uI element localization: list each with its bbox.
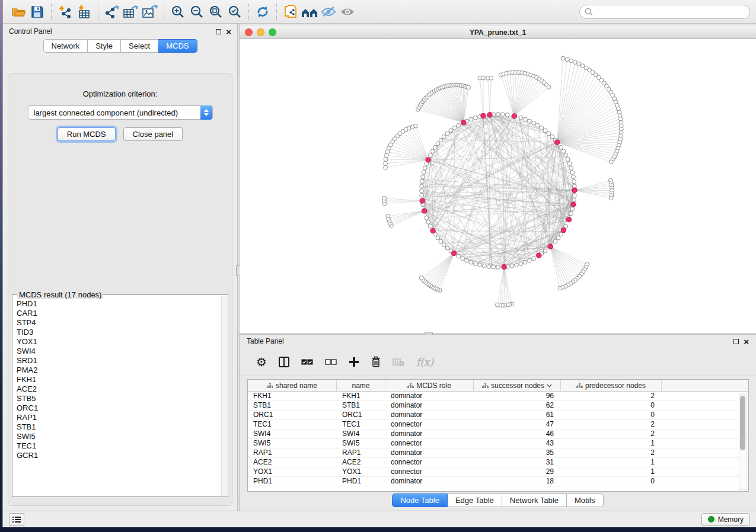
leaf-node[interactable] (384, 158, 388, 162)
ring-node[interactable] (492, 265, 496, 269)
ring-node[interactable] (428, 225, 432, 229)
zoom-out-icon[interactable] (187, 3, 206, 21)
ring-node[interactable] (540, 126, 544, 130)
ring-node[interactable] (519, 116, 523, 120)
ring-node[interactable] (421, 175, 425, 179)
ring-node[interactable] (572, 180, 576, 184)
select-all-icon[interactable] (301, 358, 313, 366)
ring-node[interactable] (510, 264, 514, 268)
mcds-result-item[interactable]: TEC1 (17, 441, 221, 451)
float-panel-icon[interactable] (216, 29, 221, 34)
ring-node[interactable] (564, 153, 568, 158)
mcds-dominator-node[interactable] (561, 228, 566, 233)
column-header-predecessor-nodes[interactable]: predecessor nodes (561, 380, 662, 391)
mcds-dominator-node[interactable] (502, 265, 506, 270)
ring-node[interactable] (439, 138, 443, 142)
table-row[interactable]: PHD1PHD1dominator180 (248, 477, 748, 486)
network-canvas[interactable] (240, 39, 756, 334)
close-panel-icon[interactable]: × (226, 29, 231, 34)
delete-column-icon[interactable] (371, 356, 381, 367)
zoom-in-icon[interactable] (168, 3, 187, 21)
ring-node[interactable] (430, 149, 435, 153)
scrollbar-thumb[interactable] (740, 396, 745, 450)
ring-node[interactable] (449, 129, 453, 133)
leaf-node[interactable] (547, 85, 551, 89)
ring-node[interactable] (543, 129, 547, 133)
leaf-node[interactable] (384, 153, 388, 158)
leaf-node[interactable] (495, 303, 499, 307)
ring-node[interactable] (547, 132, 551, 136)
search-box[interactable] (579, 5, 750, 19)
leaf-node[interactable] (384, 165, 388, 169)
ring-node[interactable] (469, 117, 473, 121)
leaf-node[interactable] (565, 57, 569, 62)
ring-node[interactable] (452, 126, 457, 130)
hide-selected-icon[interactable] (319, 3, 338, 21)
close-panel-icon[interactable]: × (744, 339, 749, 344)
ring-node[interactable] (569, 211, 573, 216)
ring-node[interactable] (570, 171, 575, 175)
table-row[interactable]: YOX1YOX1connector291 (248, 467, 748, 477)
ring-node[interactable] (571, 175, 575, 179)
mcds-result-item[interactable]: ORC1 (17, 403, 221, 413)
zoom-selected-icon[interactable] (225, 3, 244, 21)
zoom-fit-icon[interactable] (206, 3, 225, 21)
table-row[interactable]: SWI4SWI4dominator462 (248, 430, 748, 439)
mcds-result-item[interactable]: SWI5 (17, 432, 221, 441)
leaf-node[interactable] (569, 59, 573, 63)
mcds-dominator-node[interactable] (481, 113, 486, 118)
ring-node[interactable] (572, 193, 576, 197)
mcds-result-item[interactable]: CAR1 (17, 309, 221, 318)
mcds-result-item[interactable]: SRD1 (17, 356, 221, 366)
run-mcds-button[interactable]: Run MCDS (58, 127, 116, 141)
ring-node[interactable] (423, 166, 427, 170)
leaf-node[interactable] (573, 60, 577, 65)
deselect-all-icon[interactable] (325, 358, 337, 366)
tab-edge-table[interactable]: Edge Table (448, 493, 502, 507)
ring-node[interactable] (535, 123, 540, 127)
tab-motifs[interactable]: Motifs (567, 493, 604, 507)
leaf-node[interactable] (414, 124, 418, 128)
table-row[interactable]: ORC1ORC1dominator610 (248, 411, 748, 420)
mcds-result-item[interactable]: PMA2 (17, 366, 221, 375)
ring-node[interactable] (442, 134, 446, 139)
export-image-icon[interactable] (141, 3, 160, 21)
float-panel-icon[interactable] (733, 339, 739, 344)
ring-node[interactable] (425, 216, 429, 220)
mcds-result-item[interactable]: PHD1 (17, 299, 221, 309)
table-row[interactable]: STB1STB1dominator620 (248, 401, 748, 411)
mcds-result-item[interactable]: TID3 (17, 328, 221, 337)
tab-network[interactable]: Network (43, 39, 88, 53)
mcds-result-item[interactable]: STB1 (17, 422, 221, 432)
mcds-dominator-node[interactable] (420, 198, 425, 203)
save-session-icon[interactable] (28, 3, 47, 21)
leaf-node[interactable] (382, 196, 387, 200)
network-window-titlebar[interactable]: YPA_prune.txt_1 (240, 26, 756, 39)
ring-node[interactable] (465, 258, 469, 262)
close-panel-button[interactable]: Close panel (123, 127, 183, 141)
mcds-dominator-node[interactable] (452, 251, 457, 255)
ring-node[interactable] (566, 158, 570, 162)
first-neighbors-icon[interactable] (300, 3, 319, 21)
mcds-dominator-node[interactable] (487, 113, 492, 117)
export-table-icon[interactable] (122, 3, 141, 21)
column-header-name[interactable]: name (337, 380, 385, 391)
ring-node[interactable] (567, 162, 572, 166)
memory-button[interactable]: Memory (701, 513, 750, 526)
ring-node[interactable] (445, 246, 449, 250)
ring-node[interactable] (469, 260, 473, 264)
ring-node[interactable] (569, 166, 573, 170)
leaf-node[interactable] (481, 76, 486, 80)
tab-node-table[interactable]: Node Table (392, 493, 448, 507)
ring-node[interactable] (550, 134, 554, 139)
leaf-node[interactable] (489, 76, 493, 80)
refresh-layout-icon[interactable] (253, 3, 272, 21)
ring-node[interactable] (570, 207, 575, 211)
ring-node[interactable] (528, 258, 532, 262)
mcds-result-item[interactable]: GCR1 (17, 451, 221, 460)
ring-node[interactable] (532, 257, 536, 261)
mcds-dominator-node[interactable] (537, 253, 541, 258)
tab-mcds[interactable]: MCDS (158, 39, 197, 53)
table-scrollbar[interactable] (739, 394, 747, 490)
tab-network-table[interactable]: Network Table (502, 493, 567, 507)
